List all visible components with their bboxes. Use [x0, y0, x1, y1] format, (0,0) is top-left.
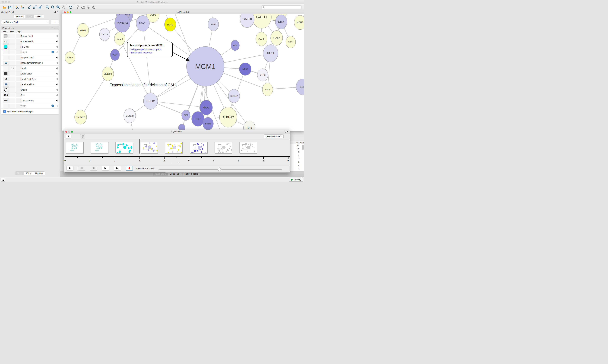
table-scrollbar[interactable]	[302, 145, 304, 170]
default-value-cell[interactable]	[3, 34, 9, 38]
annotation-box[interactable]: Transcription factor MCM1 Cell-type-spec…	[127, 42, 173, 57]
style-selector-dropdown[interactable]: galFiltered Style ▼	[1, 20, 49, 24]
property-row-label[interactable]: ⋮›Label	[1, 66, 59, 71]
stop-button[interactable]	[90, 166, 97, 171]
search-input[interactable]	[265, 6, 301, 8]
keyframe-thumbnail-4[interactable]	[165, 142, 182, 153]
default-value-cell[interactable]	[3, 55, 9, 60]
mapping-cell[interactable]	[9, 77, 15, 81]
properties-header[interactable]: Properties ▾ ﹀﹀ ︿︿	[1, 26, 59, 30]
default-value-cell[interactable]	[3, 82, 9, 87]
tab-network[interactable]: Network	[33, 171, 45, 175]
expand-arrow-icon[interactable]	[56, 100, 57, 102]
annotation-link[interactable]: Pheromone response	[130, 51, 170, 54]
network-caption[interactable]: Expression change after deletion of GAL1	[110, 83, 177, 87]
default-value-cell[interactable]	[3, 104, 9, 108]
mapping-cell[interactable]	[9, 82, 15, 87]
mapping-cell[interactable]: ⋮›	[9, 66, 15, 71]
mapping-cell[interactable]	[9, 104, 15, 108]
property-row-image-chart-1[interactable]: Image/Chart 1	[1, 55, 59, 60]
keyframe-thumbnail-2[interactable]	[115, 142, 133, 153]
mapping-cell[interactable]	[9, 93, 15, 97]
table-cell[interactable]: 2	[290, 161, 304, 164]
annotation-link[interactable]: Cell-type-specific transcription	[130, 48, 170, 51]
default-value-cell[interactable]	[3, 50, 9, 54]
property-row-shape[interactable]: Shape	[1, 87, 59, 92]
expand-arrow-icon[interactable]	[56, 57, 57, 59]
property-row-border-paint[interactable]: Border Paint	[1, 33, 59, 39]
table-cell[interactable]: 2	[290, 168, 304, 171]
property-row-image-chart-position-1[interactable]: Image/Chart Position 1	[1, 60, 59, 66]
default-value-cell[interactable]: 255	[3, 98, 9, 103]
skip-to-end-button[interactable]	[114, 166, 121, 171]
expand-arrow-icon[interactable]	[56, 73, 57, 75]
keyframe-thumbnail-1[interactable]	[91, 142, 108, 153]
memory-button[interactable]: Memory	[289, 178, 303, 182]
skip-to-start-button[interactable]	[102, 166, 109, 171]
table-cell[interactable]: 25	[290, 147, 304, 151]
keyframe-thumbnail-3[interactable]	[140, 142, 158, 153]
lock-checkbox[interactable]: ✓	[3, 110, 6, 113]
tab-select[interactable]: Select	[34, 15, 44, 18]
keyframe-thumbnail-5[interactable]	[190, 142, 207, 153]
document-share-icon[interactable]	[76, 5, 80, 9]
open-session-icon[interactable]	[2, 5, 6, 9]
timeline-playhead[interactable]	[139, 139, 140, 154]
float-panel-icon[interactable]	[54, 11, 55, 13]
default-value-cell[interactable]: 2.0	[3, 39, 9, 44]
mapping-cell[interactable]	[9, 98, 15, 103]
style-options-button[interactable]: ▼	[51, 20, 59, 24]
refresh-layout-icon[interactable]	[69, 5, 72, 9]
table-cell[interactable]: 2	[290, 157, 304, 161]
table-cell[interactable]: 2	[290, 164, 304, 168]
mapping-cell[interactable]	[9, 87, 15, 92]
tab-edge[interactable]: Edge	[24, 171, 33, 175]
hide-details-icon[interactable]	[87, 5, 90, 9]
default-value-cell[interactable]	[3, 44, 9, 49]
zoom-fit-icon[interactable]	[56, 5, 60, 9]
expand-arrow-icon[interactable]	[56, 40, 57, 42]
expand-arrow-icon[interactable]	[56, 46, 57, 48]
collapse-all-icon[interactable]: ︿︿	[54, 27, 57, 29]
timeline-pane[interactable]: 0123456789 Seconds	[64, 139, 290, 163]
zoom-in-icon[interactable]	[45, 5, 49, 9]
play-button[interactable]	[67, 166, 73, 171]
info-icon[interactable]: i	[52, 51, 54, 53]
binoculars-icon[interactable]	[81, 5, 85, 9]
tab-node[interactable]: Node	[15, 171, 24, 175]
export-image-icon[interactable]	[38, 5, 42, 9]
network-graph[interactable]: GAL11RPS28BRPS28ADCP1DMC1PCK1SWI5GAL80ST…	[62, 14, 304, 130]
clear-all-frames-button[interactable]: Clear All Frames	[264, 134, 284, 138]
mapping-cell[interactable]	[9, 44, 15, 49]
info-icon[interactable]: i	[52, 104, 54, 107]
mapping-cell[interactable]	[9, 50, 15, 54]
cyanimator-titlebar[interactable]: CyAnimator ✕	[64, 130, 290, 134]
search-box[interactable]	[262, 5, 302, 9]
default-value-cell[interactable]: 50.0	[3, 93, 9, 97]
show-details-icon[interactable]	[92, 5, 96, 9]
keyframe-thumbnail-6[interactable]	[215, 142, 232, 153]
import-network-icon[interactable]	[15, 5, 19, 9]
mapping-cell[interactable]	[9, 61, 15, 65]
property-row-label-position[interactable]: Label Position	[1, 82, 59, 87]
expand-arrow-icon[interactable]	[56, 83, 57, 85]
property-row-height[interactable]: Heighti	[1, 50, 59, 55]
expand-arrow-icon[interactable]	[56, 105, 57, 107]
save-session-icon[interactable]	[8, 5, 12, 9]
property-row-width[interactable]: Widthi	[1, 103, 59, 109]
expand-arrow-icon[interactable]	[56, 67, 57, 69]
default-value-cell[interactable]	[3, 61, 9, 65]
column-header[interactable]: Stres	[300, 141, 304, 144]
keyframe-thumbnail-0[interactable]	[66, 142, 83, 153]
tab-network[interactable]: Network	[14, 15, 26, 18]
default-value-cell[interactable]	[3, 66, 9, 71]
property-row-label-color[interactable]: Label Color	[1, 71, 59, 76]
mapping-cell[interactable]	[9, 34, 15, 38]
default-value-cell[interactable]: 12	[3, 77, 9, 81]
property-row-size[interactable]: 50.0Size	[1, 92, 59, 98]
column-header[interactable]: ity	[290, 141, 298, 144]
export-network-icon[interactable]	[28, 5, 31, 9]
network-canvas[interactable]: GAL11RPS28BRPS28ADCP1DMC1PCK1SWI5GAL80ST…	[62, 14, 304, 130]
import-table-icon[interactable]	[20, 5, 24, 9]
keyframe-thumbnail-7[interactable]	[239, 142, 257, 153]
